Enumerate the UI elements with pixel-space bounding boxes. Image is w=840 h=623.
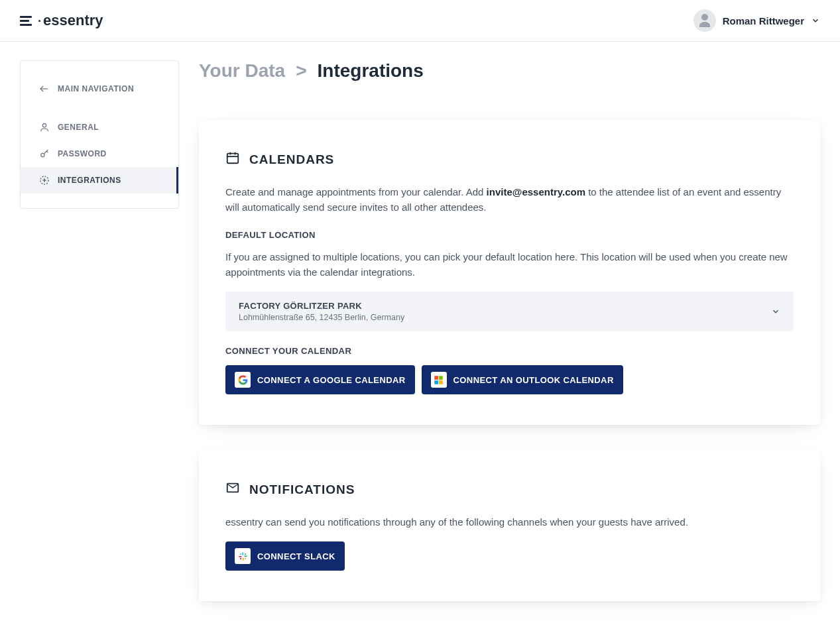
avatar: [693, 9, 716, 32]
connect-outlook-button[interactable]: CONNECT AN OUTLOOK CALENDAR: [422, 365, 623, 394]
breadcrumb-parent[interactable]: Your Data: [199, 60, 285, 82]
default-location-heading: DEFAULT LOCATION: [225, 230, 794, 240]
user-name: Roman Rittweger: [723, 15, 804, 27]
sidebar-item-label: Main Navigation: [58, 84, 134, 93]
chevron-down-icon: [771, 307, 780, 316]
svg-point-19: [239, 558, 241, 559]
svg-rect-14: [242, 557, 243, 560]
connect-slack-button[interactable]: CONNECT SLACK: [225, 541, 345, 571]
sidebar-item-general[interactable]: General: [21, 114, 178, 141]
svg-rect-10: [434, 380, 438, 384]
svg-rect-11: [439, 380, 443, 384]
app-header: essentry Roman Rittweger: [0, 0, 840, 42]
card-title-text: NOTIFICATIONS: [249, 482, 355, 497]
svg-point-18: [244, 558, 245, 559]
calendars-card: CALENDARS Create and manage appointments…: [199, 120, 820, 425]
default-location-select[interactable]: FACTORY GÖRLITZER PARK Lohmühlenstraße 6…: [225, 292, 794, 331]
location-name: FACTORY GÖRLITZER PARK: [239, 301, 404, 311]
svg-point-1: [42, 124, 46, 127]
main-content: Your Data > Integrations CALENDARS Creat…: [199, 60, 820, 623]
connect-google-button[interactable]: CONNECT A GOOGLE CALENDAR: [225, 365, 415, 394]
google-icon: [235, 372, 251, 388]
button-label: CONNECT AN OUTLOOK CALENDAR: [453, 375, 614, 385]
sidebar-item-label: Integrations: [58, 176, 121, 185]
brand-logo[interactable]: essentry: [20, 12, 103, 29]
integrations-icon: [39, 175, 50, 186]
mail-icon: [225, 481, 240, 498]
sidebar-item-password[interactable]: Password: [21, 141, 178, 167]
invite-email: invite@essentry.com: [487, 186, 585, 198]
calendar-icon: [225, 150, 240, 168]
logo-mark-icon: [20, 16, 32, 26]
outlook-icon: [431, 372, 447, 388]
connect-calendar-heading: CONNECT YOUR CALENDAR: [225, 346, 794, 356]
default-location-help: If you are assigned to multiple location…: [225, 249, 794, 280]
sidebar: Main Navigation General Password Integra…: [20, 60, 179, 209]
svg-point-17: [244, 553, 245, 555]
slack-icon: [235, 548, 251, 564]
breadcrumb: Your Data > Integrations: [199, 60, 820, 82]
svg-rect-15: [239, 556, 241, 557]
svg-rect-4: [227, 154, 239, 164]
sidebar-main-navigation[interactable]: Main Navigation: [21, 76, 178, 102]
calendars-card-title: CALENDARS: [225, 150, 794, 168]
brand-name: essentry: [43, 12, 103, 29]
logo-dot-icon: [38, 20, 40, 22]
breadcrumb-current: Integrations: [318, 60, 424, 82]
button-label: CONNECT A GOOGLE CALENDAR: [257, 375, 406, 385]
svg-rect-13: [244, 555, 247, 557]
person-icon: [39, 122, 50, 133]
svg-rect-12: [242, 552, 243, 555]
location-address: Lohmühlenstraße 65, 12435 Berlin, German…: [239, 313, 404, 322]
user-menu[interactable]: Roman Rittweger: [693, 9, 820, 32]
notifications-description: essentry can send you notifications thro…: [225, 514, 794, 530]
notifications-card-title: NOTIFICATIONS: [225, 481, 794, 498]
svg-point-16: [239, 553, 241, 555]
svg-rect-8: [434, 376, 438, 380]
key-icon: [39, 148, 50, 159]
svg-rect-9: [439, 376, 443, 380]
button-label: CONNECT SLACK: [257, 551, 335, 561]
sidebar-item-label: General: [58, 123, 99, 132]
text-part: Create and manage appointments from your…: [225, 186, 487, 198]
card-title-text: CALENDARS: [249, 152, 334, 167]
arrow-left-icon: [39, 84, 50, 94]
calendars-description: Create and manage appointments from your…: [225, 184, 794, 215]
svg-point-2: [41, 153, 44, 156]
breadcrumb-separator: >: [296, 60, 306, 82]
notifications-card: NOTIFICATIONS essentry can send you noti…: [199, 450, 820, 601]
sidebar-item-label: Password: [58, 149, 107, 158]
chevron-down-icon: [811, 16, 820, 25]
sidebar-item-integrations[interactable]: Integrations: [21, 167, 178, 194]
